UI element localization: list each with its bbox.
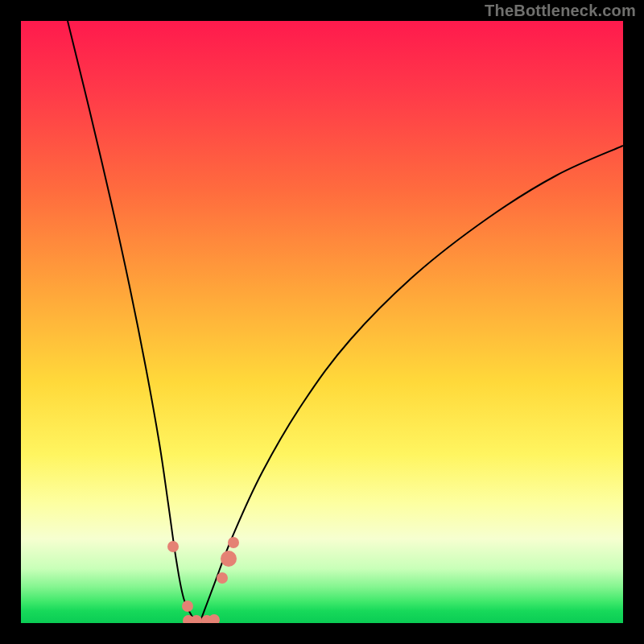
- right-point-3: [228, 537, 239, 548]
- right-point-2: [221, 551, 237, 567]
- bottom-point-2: [191, 615, 202, 623]
- bottom-point-4: [208, 614, 220, 623]
- bottleneck-curve-left: [68, 21, 196, 623]
- right-point-1: [217, 572, 228, 584]
- left-point-1: [167, 541, 179, 552]
- bottleneck-curve-right: [200, 146, 623, 623]
- bottom-point-1: [183, 615, 194, 623]
- chart-overlay: [21, 21, 623, 623]
- left-point-2: [182, 601, 193, 612]
- chart-plot-area: [21, 21, 623, 623]
- bottom-point-3: [201, 615, 213, 623]
- marker-group: [167, 537, 239, 623]
- attribution-label: TheBottleneck.com: [485, 2, 636, 20]
